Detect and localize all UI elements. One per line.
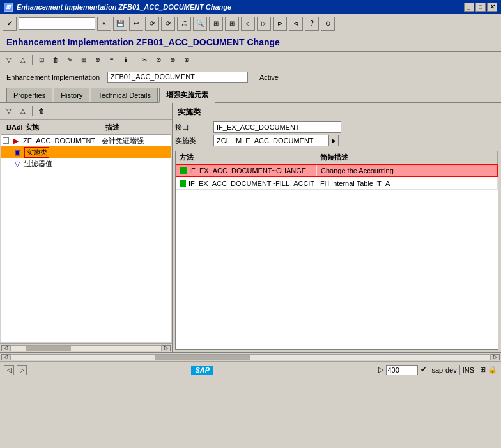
tb2-btn7[interactable]: ℹ xyxy=(119,54,132,66)
interface-row: 接口 IF_EX_ACC_DOCUMENT xyxy=(175,121,498,133)
tree-container[interactable]: BAdI 实施 描述 - ▶ ZE_ACC_DOCUMENT 会计凭证增强 ▣ … xyxy=(1,121,171,342)
tree-item-ze[interactable]: - ▶ ZE_ACC_DOCUMENT 会计凭证增强 xyxy=(1,135,171,146)
filter-icon: ▽ xyxy=(13,159,22,168)
tree-up-btn[interactable]: △ xyxy=(17,105,29,118)
method-indicator-fill xyxy=(180,180,186,187)
tb2-btn10[interactable]: ⊕ xyxy=(166,54,179,66)
right-panel: 实施类 接口 IF_EX_ACC_DOCUMENT 实施类 ZCL_IM_E_A… xyxy=(173,103,501,352)
help-btn[interactable]: ? xyxy=(305,17,319,31)
check-btn[interactable]: ✔ xyxy=(3,17,17,31)
tree-item-filter-label: 过滤器值 xyxy=(24,159,52,169)
methods-header: 方法 简短描述 xyxy=(176,151,498,164)
main-toolbar: ✔ « 💾 ↩ ⟳ ⟳ 🖨 🔍 ⊞ ⊞ ◁ ▷ ⊳ ⊲ ? ⊙ xyxy=(0,14,501,33)
status-play: ▷ xyxy=(378,366,383,374)
tree-item-shishi[interactable]: ▣ 实施类 xyxy=(1,146,171,158)
filter-btn[interactable]: ▽ xyxy=(3,54,15,66)
toolbar-sep1 xyxy=(32,55,33,65)
status-sep1 xyxy=(429,365,429,375)
methods-table[interactable]: 方法 简短描述 IF_EX_ACC_DOCUMENT~CHANGE Change… xyxy=(175,151,498,350)
status-sep2 xyxy=(459,365,460,375)
tb2-btn11[interactable]: ⊗ xyxy=(180,54,193,66)
tb2-btn2[interactable]: 🗑 xyxy=(49,54,62,66)
bottom-scroll-thumb xyxy=(155,355,250,360)
tree-col1-header: BAdI 实施 xyxy=(4,122,103,133)
nav-back-btn[interactable]: « xyxy=(97,17,111,31)
status-left: ◁ ▷ xyxy=(4,365,27,375)
class-row: 实施类 ZCL_IM_E_ACC_DOCUMENT ▶ xyxy=(175,135,498,146)
nav-btn2[interactable]: ▷ xyxy=(257,17,271,31)
enhancement-value[interactable]: ZFB01_ACC_DOCUMENT xyxy=(107,72,248,83)
tb2-btn8[interactable]: ✂ xyxy=(138,54,151,66)
interface-value[interactable]: IF_EX_ACC_DOCUMENT xyxy=(213,121,341,133)
maximize-button[interactable]: □ xyxy=(475,3,486,12)
tb2-btn9[interactable]: ⊘ xyxy=(152,54,165,66)
print-btn[interactable]: 🖨 xyxy=(177,17,191,31)
method-desc-change: Change the Accounting xyxy=(317,165,497,176)
tree-item-filter[interactable]: ▽ 过滤器值 xyxy=(1,158,171,169)
bottom-scroll-track xyxy=(10,354,491,360)
tab-technical[interactable]: Technical Details xyxy=(91,88,158,102)
shortcut-btn2[interactable]: ⟳ xyxy=(145,17,159,31)
tree-item-ze-desc: 会计凭证增强 xyxy=(102,136,144,146)
method-name-change: IF_EX_ACC_DOCUMENT~CHANGE xyxy=(176,165,317,176)
minimize-button[interactable]: _ xyxy=(464,3,474,12)
filter-up-btn[interactable]: △ xyxy=(17,54,29,66)
left-scroll-track xyxy=(10,345,162,351)
grid-btn[interactable]: ⊞ xyxy=(209,17,223,31)
tabs-bar: Properties History Technical Details 增强实… xyxy=(0,86,501,103)
bottom-scroll-right[interactable]: ▷ xyxy=(491,354,500,360)
nav-btn4[interactable]: ⊲ xyxy=(289,17,303,31)
settings-btn[interactable]: ⊙ xyxy=(321,17,335,31)
extra-icon: ⊞ xyxy=(480,366,486,374)
method-row-change[interactable]: IF_EX_ACC_DOCUMENT~CHANGE Change the Acc… xyxy=(176,164,498,177)
expand-icon[interactable]: - xyxy=(3,137,9,144)
grid-btn2[interactable]: ⊞ xyxy=(225,17,239,31)
tree-item-ze-label: ZE_ACC_DOCUMENT xyxy=(23,137,95,144)
left-scroll-right[interactable]: ▷ xyxy=(162,345,171,351)
left-toolbar: ▽ △ 🗑 xyxy=(0,103,172,120)
left-scroll-left[interactable]: ◁ xyxy=(1,345,10,351)
toolbar-sep2 xyxy=(135,55,135,65)
bottom-scroll-left[interactable]: ◁ xyxy=(1,354,10,360)
status-badge: Active xyxy=(259,73,279,81)
field-row: Enhancement Implementation ZFB01_ACC_DOC… xyxy=(0,68,501,86)
class-browse-btn[interactable]: ▶ xyxy=(328,135,339,146)
save-btn[interactable]: 💾 xyxy=(113,17,127,31)
find-btn[interactable]: 🔍 xyxy=(193,17,207,31)
shortcut-btn3[interactable]: ⟳ xyxy=(161,17,175,31)
close-button[interactable]: ✕ xyxy=(487,3,497,12)
tab-properties[interactable]: Properties xyxy=(6,88,52,102)
tree-delete-btn[interactable]: 🗑 xyxy=(35,105,48,118)
sap-bar: ◁ ▷ SAP ▷ 400 ✔ sap-dev INS ⊞ 🔒 xyxy=(0,361,501,378)
shortcut-btn1[interactable]: ↩ xyxy=(129,17,143,31)
tab-history[interactable]: History xyxy=(54,88,89,102)
sap-logo: SAP xyxy=(191,366,213,375)
tb2-btn4[interactable]: ⊞ xyxy=(77,54,90,66)
method-indicator-change xyxy=(180,167,187,174)
tab-elements[interactable]: 增强实施元素 xyxy=(159,88,215,103)
left-panel: ▽ △ 🗑 BAdI 实施 描述 - ▶ ZE_ACC_DOCUMENT 会计凭… xyxy=(0,103,173,352)
tree-filter-btn[interactable]: ▽ xyxy=(3,105,15,118)
transaction-field[interactable]: 400 xyxy=(386,365,418,375)
interface-label: 接口 xyxy=(175,123,213,132)
method-name-fill: IF_EX_ACC_DOCUMENT~FILL_ACCIT xyxy=(176,177,316,189)
tb2-btn5[interactable]: ⊕ xyxy=(91,54,104,66)
tb2-btn6[interactable]: ≡ xyxy=(105,54,118,66)
nav-btn1[interactable]: ◁ xyxy=(241,17,255,31)
tree-header: BAdI 实施 描述 xyxy=(1,121,171,135)
nav-btn3[interactable]: ⊳ xyxy=(273,17,287,31)
page-title: Enhancement Implementation ZFB01_ACC_DOC… xyxy=(6,37,280,47)
enhancement-label: Enhancement Implementation xyxy=(6,73,102,81)
class-value[interactable]: ZCL_IM_E_ACC_DOCUMENT xyxy=(213,135,328,146)
status-nav-left[interactable]: ◁ xyxy=(4,365,14,375)
class-label: 实施类 xyxy=(175,136,213,146)
status-nav-right[interactable]: ▷ xyxy=(17,365,27,375)
tree-sep xyxy=(32,106,33,116)
tb2-btn3[interactable]: ✎ xyxy=(63,54,76,66)
tree-col2-header: 描述 xyxy=(103,122,168,133)
method-row-fill[interactable]: IF_EX_ACC_DOCUMENT~FILL_ACCIT Fill Inter… xyxy=(176,177,498,190)
method-desc-fill: Fill Internal Table IT_A xyxy=(316,177,498,189)
command-input[interactable] xyxy=(19,17,95,30)
methods-col2-header: 简短描述 xyxy=(316,151,498,164)
tb2-btn1[interactable]: ⊡ xyxy=(35,54,48,66)
